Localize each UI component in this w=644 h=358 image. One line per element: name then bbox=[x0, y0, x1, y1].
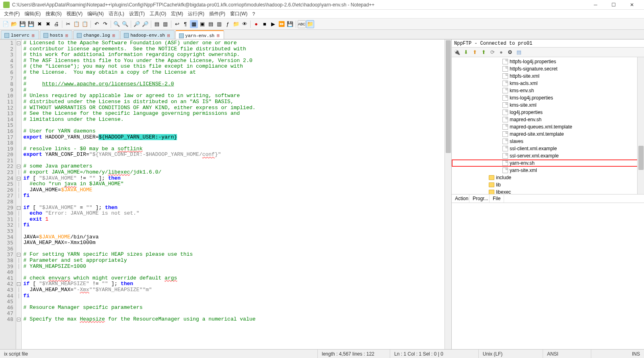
tab-hosts[interactable]: hosts⊠ bbox=[40, 30, 73, 39]
col-progress[interactable]: Progr... bbox=[469, 195, 490, 203]
tab-close-icon[interactable]: ⊠ bbox=[167, 33, 171, 38]
scroll-thumb[interactable] bbox=[446, 40, 451, 153]
disconnect-icon[interactable]: 🔌 bbox=[453, 49, 461, 56]
tab-yarn-env[interactable]: yarn-env.sh⊠ bbox=[175, 30, 224, 39]
tree-file-yarn-site.xml[interactable]: yarn-site.xml bbox=[452, 167, 644, 174]
new-file-icon[interactable]: 📄 bbox=[2, 20, 10, 28]
menu-view[interactable]: 视图(V) bbox=[64, 10, 85, 18]
nppftp-icon[interactable]: 📁 bbox=[306, 20, 314, 28]
cut-icon[interactable]: ✂ bbox=[64, 20, 72, 28]
tree-file-kms-env.sh[interactable]: kms-env.sh bbox=[452, 87, 644, 94]
menu-search[interactable]: 搜索(S) bbox=[43, 10, 64, 18]
func-list-icon[interactable]: ƒ bbox=[224, 20, 232, 28]
tab-close-icon[interactable]: ⊠ bbox=[65, 33, 69, 38]
tree-scrollbar[interactable] bbox=[637, 57, 644, 194]
menu-file[interactable]: 文件(F) bbox=[2, 10, 22, 18]
tree-file-mapred-queues.xml.template[interactable]: mapred-queues.xml.template bbox=[452, 123, 644, 130]
settings-icon[interactable]: ⚙ bbox=[506, 49, 514, 56]
tab-lservrc[interactable]: lservrc⊠ bbox=[1, 30, 39, 39]
tree-file-yarn-env.sh[interactable]: yarn-env.sh bbox=[452, 159, 644, 167]
tree-file-ssl-client.xml.example[interactable]: ssl-client.xml.example bbox=[452, 145, 644, 152]
maximize-button[interactable]: ☐ bbox=[605, 0, 623, 9]
close-button[interactable]: ✕ bbox=[623, 0, 641, 9]
copy-icon[interactable]: 📋 bbox=[72, 20, 80, 28]
replace-icon[interactable]: 🔍 bbox=[121, 20, 129, 28]
tree-file-kms-acls.xml[interactable]: kms-acls.xml bbox=[452, 80, 644, 87]
status-eol[interactable]: Unix (LF) bbox=[479, 350, 543, 358]
upload-icon[interactable]: ⬆ bbox=[471, 49, 478, 56]
col-action[interactable]: Action bbox=[452, 195, 469, 203]
allchars-icon[interactable]: ¶ bbox=[181, 20, 189, 28]
tree-file-slaves[interactable]: slaves bbox=[452, 138, 644, 145]
userlang-icon[interactable]: ▣ bbox=[198, 20, 206, 28]
zoom-in-icon[interactable]: 🔎 bbox=[133, 20, 141, 28]
save-macro-icon[interactable]: 💾 bbox=[286, 20, 294, 28]
doc-list-icon[interactable]: ▥ bbox=[215, 20, 223, 28]
indent-icon[interactable]: ▦ bbox=[190, 20, 198, 28]
editor-pane[interactable]: 1234567891011121314151617181920212223242… bbox=[0, 39, 451, 349]
save-all-icon[interactable]: 💾 bbox=[27, 20, 35, 28]
tab-close-icon[interactable]: ⊠ bbox=[112, 33, 116, 38]
tree-folder-lib[interactable]: lib bbox=[452, 181, 644, 188]
open-file-icon[interactable]: 📂 bbox=[10, 20, 18, 28]
sync-h-icon[interactable]: ▥ bbox=[161, 20, 169, 28]
menu-encoding[interactable]: 编码(N) bbox=[85, 10, 106, 18]
tab-close-icon[interactable]: ⊠ bbox=[216, 33, 220, 38]
menu-language[interactable]: 语言(L) bbox=[106, 10, 127, 18]
play-icon[interactable]: ▶ bbox=[269, 20, 277, 28]
messages-icon[interactable]: ▤ bbox=[515, 49, 523, 56]
doc-map-icon[interactable]: ▤ bbox=[207, 20, 215, 28]
print-icon[interactable]: 🖨 bbox=[52, 20, 60, 28]
col-file[interactable]: File bbox=[490, 195, 504, 203]
menu-help[interactable]: ? bbox=[250, 10, 257, 18]
tab-close-icon[interactable]: ⊠ bbox=[31, 33, 35, 38]
tab-hadoop-env[interactable]: hadoop-env.sh⊠ bbox=[120, 30, 174, 39]
menu-settings[interactable]: 设置(T) bbox=[127, 10, 147, 18]
play-multi-icon[interactable]: ⏩ bbox=[278, 20, 286, 28]
wordwrap-icon[interactable]: ↩ bbox=[173, 20, 181, 28]
scroll-thumb[interactable] bbox=[638, 146, 644, 170]
rawcmd-icon[interactable]: ● bbox=[498, 49, 505, 56]
tree-file-ssl-server.xml.example[interactable]: ssl-server.xml.example bbox=[452, 152, 644, 159]
stop-icon[interactable]: ■ bbox=[261, 20, 269, 28]
tree-file-mapred-site.xml.template[interactable]: mapred-site.xml.template bbox=[452, 130, 644, 138]
ftp-tree[interactable]: httpfs-log4j.propertieshttpfs-signature.… bbox=[452, 57, 644, 194]
editor-scrollbar[interactable] bbox=[444, 39, 451, 349]
status-ins[interactable]: INS bbox=[591, 350, 644, 358]
menu-tools[interactable]: 工具(O) bbox=[147, 10, 169, 18]
tree-file-kms-site.xml[interactable]: kms-site.xml bbox=[452, 101, 644, 109]
tree-file-mapred-env.sh[interactable]: mapred-env.sh bbox=[452, 116, 644, 123]
tree-folder-include[interactable]: include bbox=[452, 174, 644, 181]
minimize-button[interactable]: ─ bbox=[586, 0, 605, 9]
sync-v-icon[interactable]: ▤ bbox=[153, 20, 161, 28]
tree-file-kms-log4j.properties[interactable]: kms-log4j.properties bbox=[452, 94, 644, 101]
tree-file-httpfs-site.xml[interactable]: httpfs-site.xml bbox=[452, 72, 644, 80]
paste-icon[interactable]: 📋 bbox=[81, 20, 89, 28]
tree-folder-libexec[interactable]: libexec bbox=[452, 188, 644, 194]
tree-file-httpfs-log4j.properties[interactable]: httpfs-log4j.properties bbox=[452, 58, 644, 65]
menu-macro[interactable]: 宏(M) bbox=[169, 10, 185, 18]
code-area[interactable]: # Licensed to the Apache Software Founda… bbox=[22, 39, 444, 349]
close-file-icon[interactable]: ✖ bbox=[35, 20, 43, 28]
zoom-out-icon[interactable]: 🔎 bbox=[141, 20, 149, 28]
redo-icon[interactable]: ↷ bbox=[101, 20, 109, 28]
close-all-icon[interactable]: ✖ bbox=[44, 20, 52, 28]
undo-icon[interactable]: ↶ bbox=[93, 20, 101, 28]
tree-file-httpfs-signature.secret[interactable]: httpfs-signature.secret bbox=[452, 65, 644, 72]
monitor-icon[interactable]: 👁 bbox=[241, 20, 249, 28]
record-icon[interactable]: ● bbox=[252, 20, 260, 28]
refresh-icon[interactable]: ⬆ bbox=[480, 49, 487, 56]
fold-column[interactable]: − −│−│││ −│││ −││ −││ − bbox=[16, 39, 22, 349]
menu-window[interactable]: 窗口(W) bbox=[228, 10, 250, 18]
tab-changelog[interactable]: change.log⊠ bbox=[73, 30, 119, 39]
folder-icon[interactable]: 📁 bbox=[232, 20, 240, 28]
download-icon[interactable]: ⬇ bbox=[462, 49, 469, 56]
save-icon[interactable]: 💾 bbox=[19, 20, 27, 28]
menu-run[interactable]: 运行(R) bbox=[185, 10, 207, 18]
tree-file-log4j.properties[interactable]: log4j.properties bbox=[452, 109, 644, 116]
menu-plugins[interactable]: 插件(P) bbox=[207, 10, 228, 18]
menu-edit[interactable]: 编辑(E) bbox=[22, 10, 43, 18]
find-icon[interactable]: 🔍 bbox=[113, 20, 121, 28]
abort-icon[interactable]: ⟳ bbox=[489, 49, 496, 56]
status-encoding[interactable]: ANSI bbox=[543, 350, 591, 358]
